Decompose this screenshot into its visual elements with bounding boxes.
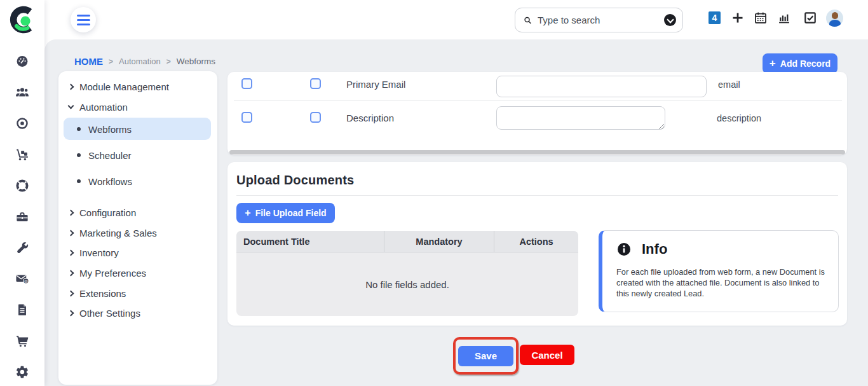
chevron-right-icon xyxy=(68,249,74,256)
bullet-icon xyxy=(77,179,81,183)
main-content: HOME > Automation > Webforms + Add Recor… xyxy=(44,39,868,386)
row-divider xyxy=(234,100,842,100)
life-ring-icon[interactable] xyxy=(15,179,29,193)
info-panel: Info For each file uploaded from web for… xyxy=(599,230,839,312)
row1-select-checkbox[interactable] xyxy=(241,78,252,89)
bullet-icon xyxy=(77,127,81,131)
bullet-icon xyxy=(77,153,81,157)
save-highlight-annotation: Save xyxy=(453,337,519,375)
chevron-right-icon xyxy=(68,83,74,90)
global-search xyxy=(515,8,683,32)
nav-item-scheduler[interactable]: Scheduler xyxy=(58,146,217,165)
wrench-icon[interactable] xyxy=(15,241,29,255)
empty-table-message: No file fields added. xyxy=(236,252,578,316)
field-label: Description xyxy=(346,113,394,123)
add-record-button[interactable]: + Add Record xyxy=(763,53,837,74)
nav-item-automation[interactable]: Automation xyxy=(58,97,217,116)
search-scope-dropdown-icon[interactable] xyxy=(664,14,676,26)
column-actions: Actions xyxy=(494,231,578,252)
nav-item-extensions[interactable]: Extensions xyxy=(58,284,217,303)
nav-item-workflows[interactable]: Workflows xyxy=(58,172,217,191)
plus-icon: + xyxy=(770,57,776,70)
description-textarea[interactable] xyxy=(496,106,665,130)
field-name-helper: description xyxy=(717,113,761,123)
nav-item-configuration[interactable]: Configuration xyxy=(58,203,217,222)
search-input[interactable] xyxy=(538,15,664,25)
app-window: @ 4 xyxy=(0,0,868,386)
dashboard-icon[interactable] xyxy=(15,54,29,68)
chevron-right-icon xyxy=(68,209,74,216)
svg-text:@: @ xyxy=(24,279,28,284)
webform-fields-card: Primary Email email Description descript… xyxy=(227,72,847,155)
row1-mandatory-checkbox[interactable] xyxy=(310,78,321,89)
breadcrumb: HOME > Automation > Webforms xyxy=(74,56,215,67)
field-name-helper: email xyxy=(718,79,740,90)
reports-chart-icon[interactable] xyxy=(777,11,791,25)
file-upload-field-button[interactable]: + File Upload Field xyxy=(236,203,335,223)
top-bar: 4 xyxy=(44,0,868,39)
breadcrumb-separator: > xyxy=(166,57,171,66)
plus-icon: + xyxy=(245,207,250,219)
user-avatar[interactable] xyxy=(826,10,843,27)
notification-count-badge[interactable]: 4 xyxy=(709,11,721,24)
nav-item-marketing-sales[interactable]: Marketing & Sales xyxy=(58,223,217,242)
quick-create-plus-icon[interactable] xyxy=(731,11,745,25)
nav-item-module-management[interactable]: Module Management xyxy=(58,77,217,96)
upload-documents-title: Upload Documents xyxy=(236,173,354,188)
users-icon[interactable] xyxy=(15,85,29,99)
search-icon xyxy=(523,14,532,27)
app-logo-icon[interactable] xyxy=(8,6,36,34)
documents-table-header: Document Title Mandatory Actions xyxy=(236,231,578,252)
hamburger-menu-button[interactable] xyxy=(71,7,96,32)
horizontal-scrollbar[interactable] xyxy=(229,150,845,155)
nav-item-webforms[interactable]: Webforms xyxy=(58,120,217,139)
resize-grip-icon[interactable] xyxy=(658,123,665,130)
breadcrumb-home-link[interactable]: HOME xyxy=(74,56,103,67)
mail-at-icon[interactable]: @ xyxy=(15,272,29,286)
chevron-right-icon xyxy=(68,310,74,316)
chevron-down-icon xyxy=(68,103,74,109)
dolly-icon[interactable] xyxy=(15,148,29,162)
nav-item-other-settings[interactable]: Other Settings xyxy=(58,303,217,322)
calendar-icon[interactable] xyxy=(754,11,768,25)
column-document-title: Document Title xyxy=(236,231,384,252)
chevron-right-icon xyxy=(68,230,74,236)
icon-rail: @ xyxy=(0,0,44,386)
upload-documents-card: Upload Documents + File Upload Field Doc… xyxy=(227,162,847,326)
cancel-button[interactable]: Cancel xyxy=(520,345,574,365)
breadcrumb-automation: Automation xyxy=(119,57,161,66)
column-mandatory: Mandatory xyxy=(384,231,494,252)
info-icon xyxy=(616,242,632,257)
field-label: Primary Email xyxy=(346,79,405,90)
info-title: Info xyxy=(642,241,667,258)
breadcrumb-separator: > xyxy=(109,57,113,66)
section-divider xyxy=(236,195,838,196)
save-button[interactable]: Save xyxy=(458,346,513,366)
nav-item-inventory[interactable]: Inventory xyxy=(58,243,217,262)
breadcrumb-webforms: Webforms xyxy=(177,57,215,66)
toolbox-icon[interactable] xyxy=(15,210,29,224)
row2-mandatory-checkbox[interactable] xyxy=(310,112,321,123)
documents-table: Document Title Mandatory Actions No file… xyxy=(236,231,578,316)
chevron-right-icon xyxy=(68,290,74,296)
invoice-icon[interactable] xyxy=(15,303,29,317)
nav-item-my-preferences[interactable]: My Preferences xyxy=(58,263,217,282)
info-text: For each file uploaded from web form, a … xyxy=(616,266,830,299)
settings-nav-menu: Module Management Automation Webforms Sc… xyxy=(58,71,217,385)
tasks-checkbox-icon[interactable] xyxy=(803,11,817,25)
target-icon[interactable] xyxy=(15,116,29,130)
chevron-right-icon xyxy=(68,270,74,276)
gear-icon[interactable] xyxy=(15,365,29,379)
row2-select-checkbox[interactable] xyxy=(241,112,252,123)
cart-icon[interactable] xyxy=(15,334,29,348)
primary-email-input[interactable] xyxy=(496,76,707,97)
